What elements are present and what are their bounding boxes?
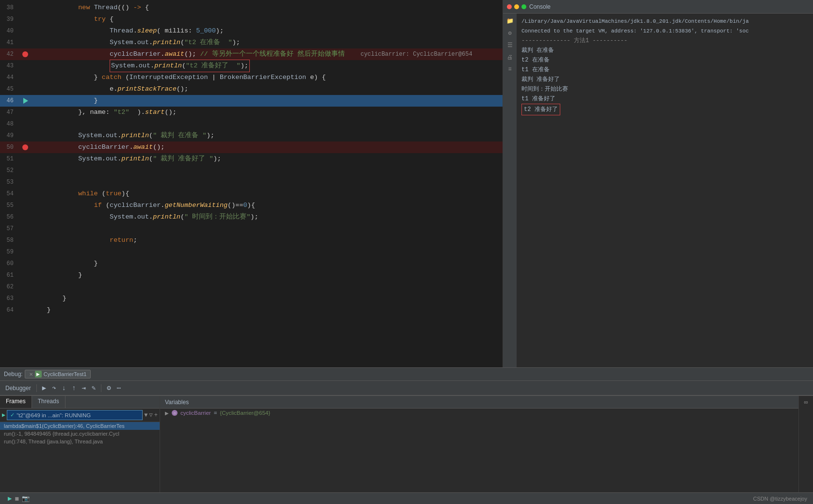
table-row: 58 return; [0,235,503,246]
breakpoint-indicator [22,51,28,57]
console-path: /Library/Java/JavaVirtualMachines/jdk1.8… [521,16,808,26]
table-row: 54 while (true){ [0,188,503,200]
settings-button[interactable]: ⚙ [105,383,112,393]
variable-type-icon: ○ [172,410,178,416]
table-row: 60 } [0,258,503,269]
table-row: 45 e.printStackTrace(); [0,83,503,95]
table-row: 57 [0,223,503,235]
debug-tab-name: CyclicBarrierTest1 [44,371,87,377]
run-to-cursor-button[interactable]: ⇥ [80,383,87,393]
variable-value: {CyclicBarrier@654} [220,410,270,416]
tab-threads[interactable]: Threads [32,396,65,408]
code-lines: 38 new Thread(() -> { 39 try { 40 [0,0,503,316]
variables-header: Variables [160,396,798,409]
minimize-button[interactable] [514,4,519,9]
status-bar: ▶ ◼ 📷 CSDN @tizzybeacejoy [0,492,813,504]
console-connected: Connected to the target VM, address: '12… [521,26,808,36]
thread-item[interactable]: ✓ "t2"@649 in ...ain": RUNNING [7,410,143,420]
debug-label: Debug: [4,371,23,378]
frame-item[interactable]: run():748, Thread {java.lang}, Thread.ja… [0,438,160,445]
debug-bar: Debug: ✕ ▶ CyclicBarrierTest1 [0,367,813,381]
console-content: /Library/Java/JavaVirtualMachines/jdk1.8… [517,14,813,367]
stop-button[interactable]: ◼ [15,494,18,503]
scroll-button[interactable]: ∞ [804,399,808,406]
console-line: t1 在准备 [521,65,808,75]
table-row: 53 [0,176,503,188]
table-row: 49 System.out.println(" 裁判 在准备 "); [0,130,503,142]
debugger-toolbar: Debugger ▶ ↷ ↓ ↑ ⇥ ✎ ⚙ ⋯ [0,381,813,395]
expand-icon[interactable]: ▶ [165,410,169,416]
table-row: 40 Thread.sleep( millis: 5_000); [0,25,503,37]
print-icon[interactable]: 🖨 [506,53,514,62]
console-sidebar: 📁 ⚙ ☰ 🖨 ≡ [503,14,517,367]
console-line: t1 准备好了 [521,94,808,104]
filter-icon[interactable]: ☰ [506,41,514,50]
table-row: 62 [0,281,503,293]
run-icon: ▶ [35,371,42,378]
step-over-button[interactable]: ↷ [50,383,57,393]
console-line: t2 准备好了 [521,104,808,115]
table-row: 55 if (cyclicBarrier.getNumberWaiting()=… [0,200,503,211]
play-debug-button[interactable]: ▶ [8,494,12,503]
filter-icon[interactable]: ▽ [149,411,153,419]
console-panel: Console 📁 ⚙ ☰ 🖨 ≡ /Library/Java/JavaVirt… [503,0,813,367]
debug-tab[interactable]: ✕ ▶ CyclicBarrierTest1 [25,370,91,378]
console-titlebar: Console [503,0,813,14]
table-row: 64 } [0,304,503,316]
settings-icon[interactable]: ⚙ [507,29,512,38]
list-icon[interactable]: ≡ [507,65,512,74]
folder-icon[interactable]: 📁 [505,16,515,26]
resume-button[interactable]: ▶ [41,383,48,393]
camera-icon[interactable]: 📷 [22,495,30,503]
traffic-lights [507,4,526,9]
console-line: 时间到：开始比赛 [521,84,808,94]
table-row: 44 } catch (InterruptedException | Broke… [0,72,503,83]
panel-tabs: Frames Threads [0,396,160,409]
frame-item[interactable]: lambda$main$1(CyclicBarrier):46, CyclicB… [0,422,160,430]
step-out-button[interactable]: ↑ [70,383,77,393]
debugger-label: Debugger [4,384,33,393]
table-row: 48 [0,118,503,130]
evaluate-button[interactable]: ✎ [90,383,97,393]
table-row: 56 System.out.println(" 时间到：开始比赛"); [0,211,503,223]
table-row: 39 try { [0,14,503,25]
maximize-button[interactable] [521,4,526,9]
table-row: 41 System.out.println("t2 在准备 "); [0,37,503,48]
table-row: 61 } [0,269,503,281]
table-row: 47 }, name: "t2" ).start(); [0,107,503,118]
divider [101,384,101,392]
table-row: 42 cyclicBarrier.await(); // 等另外一个一个线程准备… [0,48,503,60]
variable-name: cyclicBarrier [180,410,211,416]
left-controls: ▶ ◼ 📷 [8,494,30,503]
console-separator: -------------- 方法1 ---------- [521,36,808,46]
close-icon[interactable]: ✕ [29,372,33,377]
watermark: CSDN @tizzybeacejoy [753,496,807,502]
thread-name: "t2"@649 in ...ain": RUNNING [16,412,91,418]
close-button[interactable] [507,4,512,9]
current-line-arrow [23,98,28,104]
more-button[interactable]: ⋯ [115,383,122,393]
table-row: 52 [0,165,503,176]
variables-panel: Variables ▶ ○ cyclicBarrier = {CyclicBar… [160,396,798,492]
editor-area: 38 new Thread(() -> { 39 try { 40 [0,0,813,367]
bottom-panels: Frames Threads ▶ ✓ "t2"@649 in ...ain": … [0,395,813,492]
variable-equals: = [214,410,217,416]
divider [36,384,37,392]
table-row: 46 } [0,95,503,107]
play-icon[interactable]: ▶ [2,411,5,419]
table-row: 38 new Thread(() -> { [0,2,503,14]
down-arrow-icon[interactable]: ▼ [144,412,147,419]
add-icon[interactable]: + [154,412,158,419]
step-into-button[interactable]: ↓ [61,383,67,393]
variable-item: ▶ ○ cyclicBarrier = {CyclicBarrier@654} [160,409,798,417]
console-line: 裁判 在准备 [521,46,808,55]
console-body: 📁 ⚙ ☰ 🖨 ≡ /Library/Java/JavaVirtualMachi… [503,14,813,367]
console-line: t2 在准备 [521,55,808,65]
right-side-panel: ∞ [798,396,813,492]
table-row: 59 [0,246,503,258]
frame-item[interactable]: run():-1, 984849465 {thread.juc.cyclicba… [0,430,160,438]
breakpoint-indicator [22,144,28,150]
table-row: 63 } [0,293,503,304]
tab-frames[interactable]: Frames [0,396,32,408]
main-container: 38 new Thread(() -> { 39 try { 40 [0,0,813,504]
